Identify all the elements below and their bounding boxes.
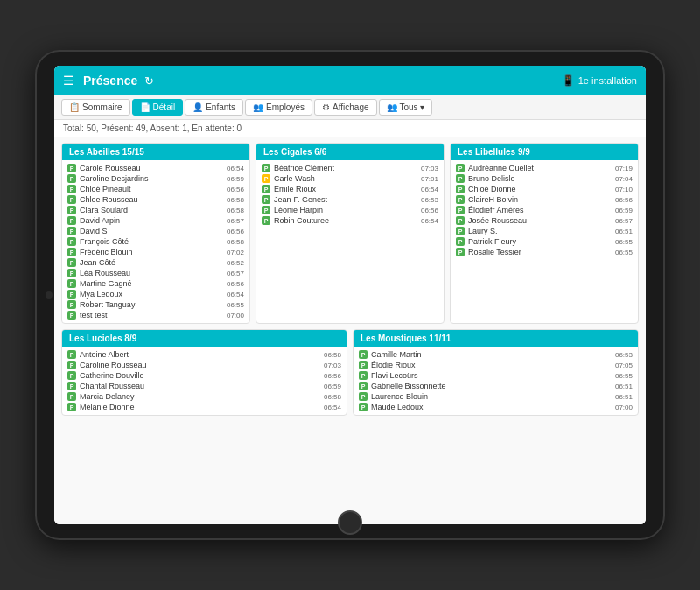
person-time: 06:59 [324,383,341,390]
person-name: Élodiefr Amères [468,206,613,214]
tab-employes-label: Employés [266,102,304,112]
person-badge: P [67,392,76,401]
bottom-groups-grid: Les Lucioles 8/9PAntoine Albert06:58PCar… [61,329,639,416]
person-name: test test [80,311,225,320]
tab-enfants[interactable]: 👤 Enfants [185,99,243,116]
group-body: PAntoine Albert06:58PCaroline Rousseau07… [62,347,346,415]
tab-detail[interactable]: 📄 Détail [132,99,184,116]
tablet-screen: ☰ Présence ↻ 📱 1e installation 📋 Sommair… [54,66,646,524]
group-body: PBéatrice Clément07:03PCarle Wash07:01PE… [256,160,444,228]
tab-sommaire[interactable]: 📋 Sommaire [61,99,130,116]
person-time: 06:59 [227,175,244,183]
tab-employes[interactable]: 👥 Employés [245,99,312,116]
affichage-icon: ⚙ [322,102,330,112]
person-row: PMya Ledoux06:54 [66,289,246,299]
person-row: PÉlodie Rioux07:05 [357,360,634,370]
person-row: PCaroline Rousseau07:03 [66,360,343,370]
person-name: Robin Couturee [274,216,419,225]
person-row: PChloé Dionne07:10 [454,184,634,194]
person-row: PMarcia Delaney06:58 [66,391,343,402]
person-time: 06:53 [615,351,633,359]
person-name: Audréanne Ouellet [468,164,613,172]
person-time: 06:56 [421,207,438,214]
person-badge: P [359,350,368,359]
person-badge: P [67,227,76,235]
person-badge: P [67,350,76,359]
person-name: Martine Gagné [80,279,225,288]
person-name: Marcia Delaney [80,392,322,401]
person-row: PClara Soulard06:58 [66,205,246,215]
person-badge: P [456,174,465,183]
person-time: 06:54 [227,291,244,299]
person-badge: P [456,185,465,193]
person-time: 06:58 [227,196,244,204]
person-name: Rosalie Tessier [468,248,613,256]
person-name: Chloe Rousseau [80,195,225,204]
person-time: 07:03 [421,165,438,172]
person-row: PRosalie Tessier06:55 [454,247,634,257]
group-header: Les Moustiques 11/11 [354,330,638,347]
menu-icon[interactable]: ☰ [63,74,74,88]
tab-tous[interactable]: 👥 Tous ▾ [379,99,433,116]
person-row: PJean Côté06:52 [66,257,246,268]
person-time: 06:56 [227,186,244,193]
person-time: 06:54 [421,217,438,225]
person-time: 06:55 [615,238,633,246]
person-row: PClaireH Boivin06:56 [454,194,634,205]
person-name: Béatrice Clément [274,164,419,172]
person-badge: P [67,371,76,380]
person-name: Chloé Pineault [80,185,225,193]
person-badge: P [67,164,76,172]
refresh-icon[interactable]: ↻ [144,74,154,88]
person-time: 07:19 [615,165,633,172]
person-badge: P [456,248,465,256]
person-name: Mya Ledoux [80,290,225,299]
person-badge: P [456,227,465,235]
person-name: Frédéric Blouin [80,248,225,256]
person-name: Léonie Harpin [274,206,419,214]
tab-affichage-label: Affichage [332,102,369,112]
status-text: Total: 50, Présent: 49, Absent: 1, En at… [63,123,242,133]
tablet-frame: ☰ Présence ↻ 📱 1e installation 📋 Sommair… [35,50,665,540]
install-label: 1e installation [578,75,637,86]
group-header: Les Abeilles 15/15 [62,144,249,160]
person-time: 07:03 [324,362,341,369]
tab-enfants-label: Enfants [206,102,235,112]
person-time: 06:55 [615,249,633,256]
person-row: PChloé Pineault06:56 [66,184,246,194]
person-badge: P [67,403,76,411]
person-name: Emile Rioux [274,185,419,193]
person-row: Ptest test07:00 [66,310,246,320]
person-badge: P [67,206,76,214]
person-name: Gabrielle Bissonnette [371,382,613,390]
person-row: PLéa Rousseau06:57 [66,268,246,278]
home-button[interactable] [338,510,362,535]
person-name: Catherine Douville [80,371,322,380]
camera [46,291,52,299]
person-row: PCatherine Douville06:56 [66,370,343,381]
person-time: 06:54 [421,186,438,193]
install-button[interactable]: 📱 1e installation [562,74,637,87]
status-bar: Total: 50, Présent: 49, Absent: 1, En at… [54,120,646,137]
person-row: PCarle Wash07:01 [260,173,440,184]
person-row: PRobert Tanguay06:55 [66,299,246,310]
person-row: PPatrick Fleury06:55 [454,236,634,247]
person-row: PCamille Martin06:53 [357,349,634,360]
person-row: PCaroline Desjardins06:59 [66,173,246,184]
tous-icon: 👥 [387,102,397,112]
person-name: Léa Rousseau [80,269,225,277]
person-time: 07:01 [421,175,438,183]
tab-affichage[interactable]: ⚙ Affichage [314,99,377,116]
person-badge: P [67,279,76,288]
group-card: Les Libellules 9/9PAudréanne Ouellet07:1… [450,143,639,324]
person-badge: P [262,164,270,172]
person-time: 06:54 [324,404,341,411]
person-name: Jean Côté [80,258,225,267]
person-time: 06:58 [227,207,244,214]
group-card: Les Moustiques 11/11PCamille Martin06:53… [353,329,639,416]
person-name: Laurence Blouin [371,392,613,401]
group-header: Les Cigales 6/6 [256,144,444,160]
main-content: Les Abeilles 15/15PCarole Rousseau06:54P… [54,137,646,524]
person-row: PLaurence Blouin06:51 [357,391,634,402]
person-time: 06:56 [615,196,633,204]
